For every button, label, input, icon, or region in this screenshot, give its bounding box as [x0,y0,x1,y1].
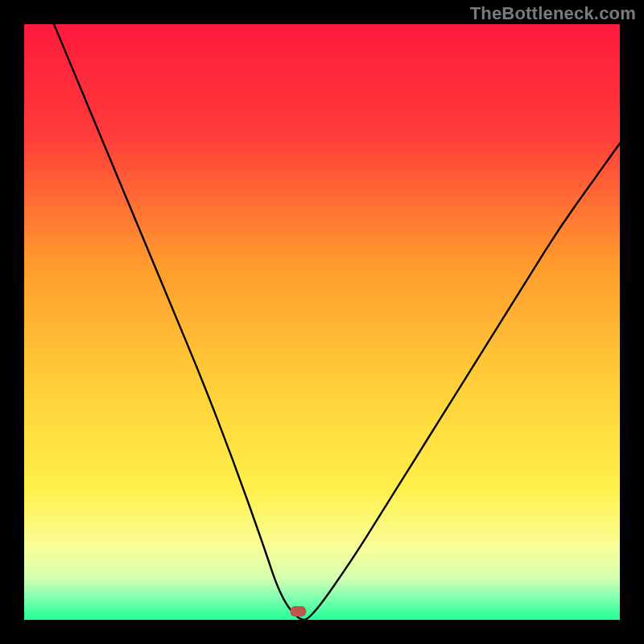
chart-container: TheBottleneck.com [0,0,644,644]
optimal-point-marker [290,606,306,617]
plot-area [24,24,620,620]
watermark-label: TheBottleneck.com [470,3,636,24]
gradient-background [24,24,620,620]
bottleneck-chart-svg [0,0,644,644]
